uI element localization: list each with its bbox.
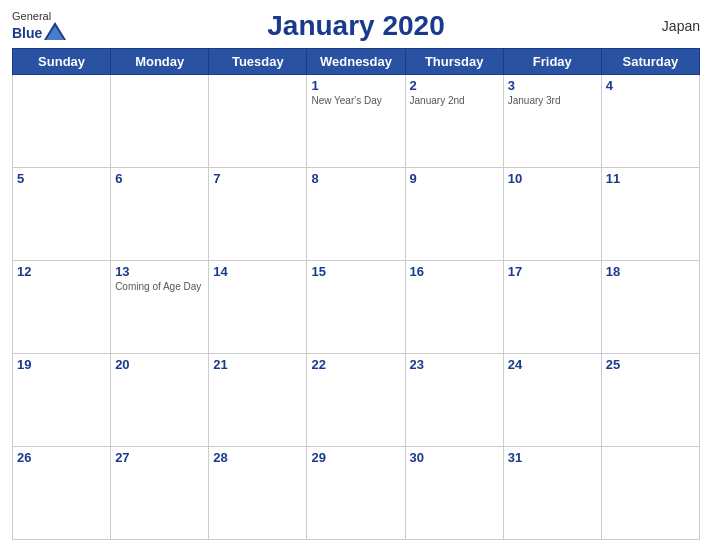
calendar-day: 30 xyxy=(405,447,503,540)
day-number: 20 xyxy=(115,357,204,372)
calendar-day: 19 xyxy=(13,354,111,447)
header-monday: Monday xyxy=(111,49,209,75)
calendar-day: 9 xyxy=(405,168,503,261)
day-number: 27 xyxy=(115,450,204,465)
day-number: 17 xyxy=(508,264,597,279)
calendar-day: 21 xyxy=(209,354,307,447)
logo-general: General xyxy=(12,10,51,22)
calendar-day: 17 xyxy=(503,261,601,354)
day-number: 31 xyxy=(508,450,597,465)
calendar-day: 27 xyxy=(111,447,209,540)
day-number: 7 xyxy=(213,171,302,186)
calendar-day: 15 xyxy=(307,261,405,354)
day-number: 21 xyxy=(213,357,302,372)
calendar-day: 5 xyxy=(13,168,111,261)
day-number: 19 xyxy=(17,357,106,372)
calendar-header: General Blue January 2020 Japan xyxy=(12,10,700,42)
calendar-day: 2January 2nd xyxy=(405,75,503,168)
calendar-day: 28 xyxy=(209,447,307,540)
calendar-week-row: 567891011 xyxy=(13,168,700,261)
calendar-day: 14 xyxy=(209,261,307,354)
calendar-day: 13Coming of Age Day xyxy=(111,261,209,354)
calendar-day xyxy=(13,75,111,168)
calendar-day: 25 xyxy=(601,354,699,447)
calendar-day: 11 xyxy=(601,168,699,261)
calendar-day: 12 xyxy=(13,261,111,354)
day-number: 2 xyxy=(410,78,499,93)
calendar-day: 24 xyxy=(503,354,601,447)
calendar-day xyxy=(111,75,209,168)
logo-bird-icon xyxy=(44,22,66,45)
day-number: 10 xyxy=(508,171,597,186)
weekday-header-row: Sunday Monday Tuesday Wednesday Thursday… xyxy=(13,49,700,75)
day-number: 18 xyxy=(606,264,695,279)
event-text: New Year's Day xyxy=(311,95,400,106)
calendar-day: 22 xyxy=(307,354,405,447)
calendar-day: 26 xyxy=(13,447,111,540)
calendar-day: 3January 3rd xyxy=(503,75,601,168)
day-number: 25 xyxy=(606,357,695,372)
calendar-table: Sunday Monday Tuesday Wednesday Thursday… xyxy=(12,48,700,540)
calendar-day: 7 xyxy=(209,168,307,261)
day-number: 28 xyxy=(213,450,302,465)
logo: General Blue xyxy=(12,10,66,45)
day-number: 15 xyxy=(311,264,400,279)
event-text: January 2nd xyxy=(410,95,499,106)
day-number: 23 xyxy=(410,357,499,372)
calendar-day: 1New Year's Day xyxy=(307,75,405,168)
day-number: 3 xyxy=(508,78,597,93)
header-tuesday: Tuesday xyxy=(209,49,307,75)
country-label: Japan xyxy=(662,18,700,34)
calendar-day xyxy=(601,447,699,540)
day-number: 11 xyxy=(606,171,695,186)
event-text: January 3rd xyxy=(508,95,597,106)
title-block: January 2020 xyxy=(267,10,444,42)
day-number: 6 xyxy=(115,171,204,186)
day-number: 1 xyxy=(311,78,400,93)
day-number: 30 xyxy=(410,450,499,465)
day-number: 24 xyxy=(508,357,597,372)
calendar-day xyxy=(209,75,307,168)
calendar-container: General Blue January 2020 Japan Sunday M… xyxy=(0,0,712,550)
calendar-day: 16 xyxy=(405,261,503,354)
day-number: 12 xyxy=(17,264,106,279)
header-saturday: Saturday xyxy=(601,49,699,75)
calendar-week-row: 19202122232425 xyxy=(13,354,700,447)
day-number: 22 xyxy=(311,357,400,372)
calendar-day: 31 xyxy=(503,447,601,540)
event-text: Coming of Age Day xyxy=(115,281,204,292)
header-thursday: Thursday xyxy=(405,49,503,75)
day-number: 14 xyxy=(213,264,302,279)
day-number: 16 xyxy=(410,264,499,279)
day-number: 29 xyxy=(311,450,400,465)
day-number: 5 xyxy=(17,171,106,186)
day-number: 26 xyxy=(17,450,106,465)
calendar-day: 8 xyxy=(307,168,405,261)
calendar-day: 29 xyxy=(307,447,405,540)
day-number: 13 xyxy=(115,264,204,279)
day-number: 4 xyxy=(606,78,695,93)
calendar-title: January 2020 xyxy=(267,10,444,41)
day-number: 9 xyxy=(410,171,499,186)
logo-blue: Blue xyxy=(12,26,42,41)
calendar-week-row: 262728293031 xyxy=(13,447,700,540)
calendar-day: 10 xyxy=(503,168,601,261)
header-wednesday: Wednesday xyxy=(307,49,405,75)
calendar-day: 4 xyxy=(601,75,699,168)
header-sunday: Sunday xyxy=(13,49,111,75)
calendar-week-row: 1213Coming of Age Day1415161718 xyxy=(13,261,700,354)
calendar-day: 23 xyxy=(405,354,503,447)
calendar-day: 18 xyxy=(601,261,699,354)
day-number: 8 xyxy=(311,171,400,186)
header-friday: Friday xyxy=(503,49,601,75)
calendar-day: 20 xyxy=(111,354,209,447)
calendar-day: 6 xyxy=(111,168,209,261)
calendar-week-row: 1New Year's Day2January 2nd3January 3rd4 xyxy=(13,75,700,168)
